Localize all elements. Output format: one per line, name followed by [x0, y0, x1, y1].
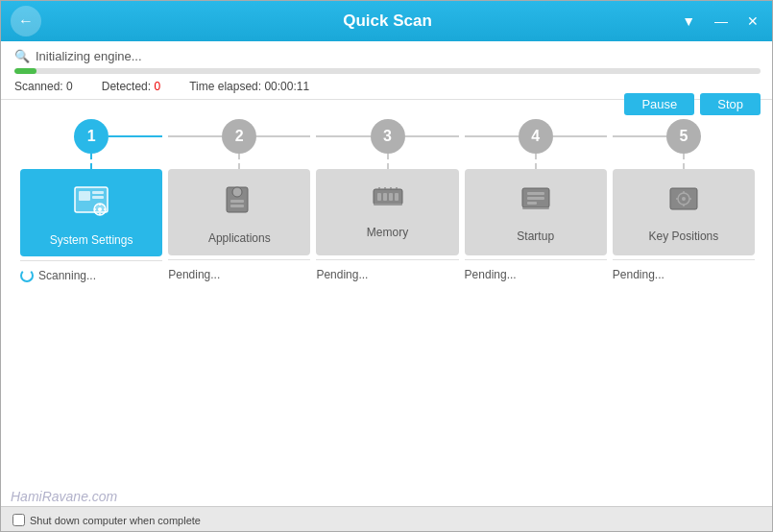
pause-button[interactable]: Pause	[624, 93, 694, 115]
step-1-line-right	[109, 135, 162, 137]
back-icon: ←	[18, 12, 34, 30]
step-3: 3	[316, 119, 458, 281]
step-3-dashed	[387, 154, 389, 169]
step-5-status: Pending...	[613, 259, 755, 281]
close-button[interactable]: ✕	[741, 12, 764, 31]
svg-rect-12	[230, 200, 244, 203]
title-bar-left: ←	[11, 6, 41, 36]
step-1-card: System Settings	[20, 169, 162, 256]
window-title: Quick Scan	[343, 12, 432, 31]
svg-rect-25	[527, 192, 544, 195]
svg-rect-3	[92, 196, 104, 199]
progress-bar-container	[14, 68, 761, 74]
svg-rect-27	[527, 202, 537, 205]
key-positions-icon	[666, 182, 701, 222]
scan-actions: Pause Stop	[624, 93, 761, 115]
svg-point-5	[98, 207, 102, 211]
step-2-status: Pending...	[168, 259, 310, 281]
step-4-line-right	[553, 135, 607, 137]
stop-button[interactable]: Stop	[700, 93, 761, 115]
step-5: 5	[613, 119, 755, 281]
shutdown-label-text: Shut down computer when complete	[30, 515, 201, 526]
step-3-name: Memory	[367, 226, 408, 239]
svg-rect-15	[377, 193, 381, 201]
step-2-dashed	[238, 154, 240, 169]
svg-rect-26	[527, 197, 544, 200]
svg-rect-13	[230, 205, 244, 207]
step-3-status: Pending...	[316, 259, 458, 281]
shutdown-checkbox-label[interactable]: Shut down computer when complete	[12, 514, 201, 526]
minimize-button[interactable]: —	[709, 12, 734, 31]
step-3-line-right	[405, 135, 459, 137]
step-4-circle: 4	[519, 119, 553, 154]
step-2-line-left	[168, 135, 222, 137]
main-area: 🔍 Initializing engine... Scanned: 0 Dete…	[1, 41, 773, 532]
step-4-card: Startup	[465, 169, 607, 255]
step-2-card: Applications	[168, 169, 310, 255]
step-1-header: 1	[20, 119, 162, 154]
svg-point-31	[682, 197, 686, 201]
menu-button[interactable]: ▼	[676, 12, 701, 31]
shutdown-checkbox[interactable]	[12, 514, 25, 526]
svg-rect-1	[79, 191, 90, 201]
search-icon: 🔍	[14, 49, 30, 63]
step-3-circle: 3	[371, 119, 405, 154]
step-3-line-left	[316, 135, 370, 137]
svg-point-11	[232, 187, 242, 197]
progress-bar-fill	[14, 68, 36, 74]
step-3-card: Memory	[316, 169, 458, 255]
step-1-status: Scanning...	[20, 260, 162, 282]
step-2-name: Applications	[208, 231, 271, 245]
detected-stat: Detected: 0	[102, 80, 160, 93]
watermark: HamiRavane.com	[11, 489, 117, 504]
scan-initializing-label: Initializing engine...	[36, 49, 142, 63]
step-5-header: 5	[613, 119, 755, 154]
step-5-card: Key Positions	[613, 169, 755, 255]
step-4-name: Startup	[517, 230, 554, 243]
system-settings-icon	[72, 182, 110, 226]
step-3-header: 3	[316, 119, 458, 154]
step-1: 1	[20, 119, 162, 282]
svg-rect-19	[374, 204, 402, 206]
step-2-header: 2	[168, 119, 310, 154]
scanning-spinner	[20, 269, 34, 282]
title-bar-controls: ▼ — ✕	[676, 12, 764, 31]
steps-section: 1	[1, 100, 773, 506]
step-4-header: 4	[465, 119, 607, 154]
applications-icon	[222, 182, 256, 224]
svg-rect-18	[395, 193, 399, 201]
step-4-status: Pending...	[465, 259, 607, 281]
step-1-circle: 1	[74, 119, 109, 154]
svg-rect-16	[383, 193, 387, 201]
footer: Shut down computer when complete	[1, 506, 773, 532]
step-4: 4	[465, 119, 607, 281]
title-bar: ← Quick Scan ▼ — ✕	[1, 1, 773, 41]
step-4-line-left	[465, 135, 519, 137]
step-1-name: System Settings	[50, 233, 133, 247]
steps-wrapper: 1	[11, 100, 764, 282]
step-2-circle: 2	[222, 119, 256, 154]
step-2: 2 App	[168, 119, 310, 281]
step-1-dashed	[90, 154, 92, 169]
step-4-dashed	[535, 154, 537, 169]
svg-rect-28	[522, 207, 549, 209]
step-2-line-right	[256, 135, 310, 137]
svg-rect-17	[389, 193, 393, 201]
svg-rect-2	[92, 191, 104, 194]
memory-icon	[371, 182, 405, 218]
step-5-dashed	[683, 154, 685, 169]
time-stat: Time elapsed: 00:00:11	[189, 80, 309, 93]
back-button[interactable]: ←	[11, 6, 41, 36]
scan-label-row: 🔍 Initializing engine...	[14, 49, 761, 63]
scan-top-area: 🔍 Initializing engine... Scanned: 0 Dete…	[1, 41, 773, 100]
step-5-circle: 5	[666, 119, 701, 154]
scanned-stat: Scanned: 0	[14, 80, 73, 93]
startup-icon	[519, 182, 553, 222]
step-5-name: Key Positions	[649, 230, 719, 243]
step-5-line-left	[613, 135, 666, 137]
scan-stats: Scanned: 0 Detected: 0 Time elapsed: 00:…	[14, 80, 761, 93]
